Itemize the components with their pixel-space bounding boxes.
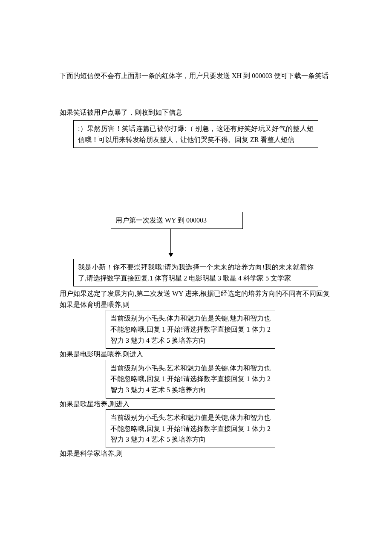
paragraph-intro1: 下面的短信便不会有上面那一条的红体字，用户只要发送 XH 到 000003 便可… (60, 70, 332, 81)
message-box-sport: 当前级别为小毛头.体力和魅力值是关键,魅力和智力也不能忽略哦,回复 1 开始!请… (106, 310, 275, 349)
message-box-movie: 当前级别为小毛头.艺术和魅力值是关键,体力和智力也不能忽略哦,回复 1 开始!请… (106, 360, 275, 399)
paragraph-second-wy: 用户如果选定了发展方向,第二次发送 WY 进来,根据已经选定的培养方向的不同有不… (60, 288, 332, 299)
flow-box-user-send-wy: 用户第一次发送 WY 到 000003 (111, 212, 243, 229)
label-movie: 如果是电影明星喂养,则进入 (60, 349, 332, 360)
label-sport: 如果是体育明星喂养,则 (60, 299, 332, 310)
message-box-singer: 当前级别为小毛头.艺术和魅力值是关键,体力和智力也不能忽略哦,回复 1 开始!请… (106, 409, 275, 448)
label-scientist: 如果是科学家培养,则 (60, 448, 332, 459)
flow-arrow (60, 229, 332, 259)
label-singer: 如果是歌星培养,则进入 (60, 399, 332, 410)
message-box-xiaoxin-intro: 我是小新！你不要崇拜我哦!请为我选择一个未来的培养方向!我的未来就靠你了,请选择… (73, 259, 318, 286)
message-box-joke-exhausted: :）果然厉害！笑话连篇已被你打爆:（ 别急，这还有好笑好玩又好气的整人短信哦！可… (73, 120, 318, 148)
paragraph-intro2: 如果笑话被用户点暴了，则收到如下信息 (60, 107, 332, 118)
